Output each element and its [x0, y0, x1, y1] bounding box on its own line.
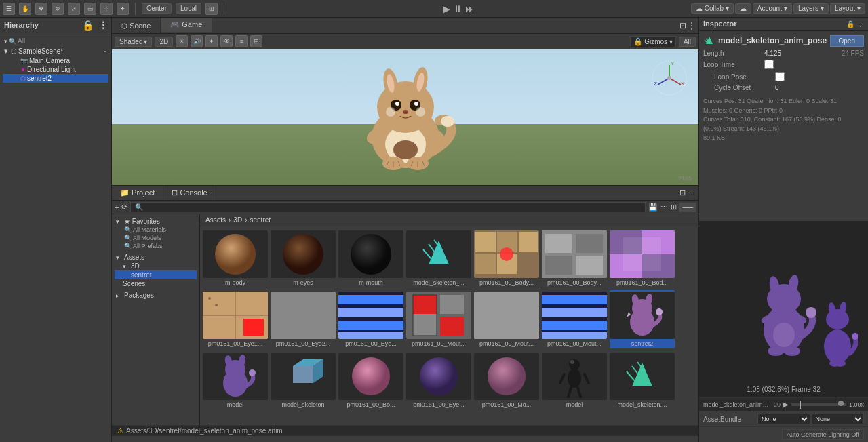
save-icon[interactable]: 💾 [648, 203, 658, 212]
scene-options-icon[interactable]: ⋮ [102, 47, 108, 55]
asset-pm-eye1[interactable]: pm0161_00_Eye1... [203, 290, 268, 348]
scene-item[interactable]: ▾ ⬡ SampleScene* ⋮ [3, 46, 108, 56]
inspector-more-icon[interactable]: ⋮ [857, 20, 864, 28]
account-button[interactable]: Account ▾ [753, 3, 792, 14]
asset-pm-mouth-red[interactable]: pm0161_00_Mout... [406, 290, 471, 348]
filter-icon[interactable]: ⋯ [660, 203, 668, 212]
asset-m-body[interactable]: m-body [203, 229, 268, 287]
asset-model-skeleton-anim[interactable]: model_skeleton_... [406, 229, 471, 287]
auto-gen-lighting-btn[interactable]: Auto Generate Lighting Off [782, 429, 864, 440]
asset-pm-bo-sphere[interactable]: pm0161_00_Bo... [338, 351, 403, 409]
sentret-item[interactable]: sentret [115, 270, 197, 279]
asset-thumb-model [203, 353, 268, 400]
light-icon: ☀ [20, 66, 26, 73]
open-button[interactable]: Open [830, 35, 864, 47]
pause-button[interactable]: ⏸ [453, 3, 462, 14]
stat-icon[interactable]: ≡ [235, 35, 248, 47]
path-3d[interactable]: 3D [233, 216, 242, 224]
step-button[interactable]: ⏭ [465, 3, 475, 14]
asset-pm-eye2[interactable]: pm0161_00_Eye2... [271, 290, 336, 348]
inspector-lock-icon[interactable]: 🔒 [846, 20, 854, 28]
loop-time-checkbox[interactable] [764, 60, 774, 69]
add-asset-icon[interactable]: + [115, 203, 119, 212]
collab-button[interactable]: ☁ Collab ▾ [691, 3, 734, 14]
sentret2-item[interactable]: ⬡ sentret2 [3, 74, 108, 83]
more-options-icon[interactable]: ⋮ [99, 20, 107, 30]
asset-model[interactable]: model [203, 351, 268, 409]
hidden-icon[interactable]: 👁 [220, 35, 233, 47]
game-tab[interactable]: 🎮 Game [161, 18, 212, 33]
directional-light-item[interactable]: ☀ Directional Light [3, 65, 108, 74]
grid-size-icon[interactable]: ⊞ [671, 203, 677, 212]
axes-gizmo[interactable]: Y X Z [651, 60, 688, 98]
rotate-tool-icon[interactable]: ↻ [52, 3, 64, 15]
asset-m-mouth[interactable]: m-mouth [338, 229, 403, 287]
project-tab[interactable]: 📁 Project [112, 186, 163, 200]
play-button[interactable]: ▶ [443, 3, 450, 14]
project-more-icon[interactable]: ⋮ [688, 188, 696, 197]
main-camera-item[interactable]: 📷 Main Camera [3, 56, 108, 65]
grid-icon[interactable]: ⊞ [250, 35, 262, 47]
size-slider[interactable]: ── [679, 203, 696, 212]
layers-button[interactable]: Layers ▾ [793, 3, 829, 14]
asset-sentret2[interactable]: sentret2 [610, 290, 675, 348]
asset-pm-eye-blue[interactable]: pm0161_00_Eye... [338, 290, 403, 348]
scene-expand-icon: ▾ [3, 47, 9, 56]
assets-item[interactable]: ▾ Assets [115, 253, 197, 262]
2d-mode-btn[interactable]: 2D [155, 37, 173, 47]
transform-tool-icon[interactable]: ⊹ [100, 3, 113, 15]
asset-pm-bod[interactable]: pm0161_00_Bod... [610, 229, 675, 287]
snap-icon[interactable]: ⊞ [205, 3, 218, 15]
hand-tool-icon[interactable]: ✋ [19, 3, 31, 15]
asset-thumb-pm-eye2 [271, 292, 336, 339]
project-lock-icon[interactable]: ⊡ [679, 188, 686, 197]
timeline-play-btn[interactable]: ▶ [783, 401, 789, 408]
all-materials-item[interactable]: 🔍 All Materials [115, 226, 197, 234]
asset-bundle-select[interactable]: None [757, 414, 810, 424]
timeline-slider[interactable] [791, 403, 846, 406]
scenes-item[interactable]: Scenes [115, 279, 197, 288]
layout-button[interactable]: Layout ▾ [830, 3, 865, 14]
pivot-center-btn[interactable]: Center [142, 3, 172, 14]
scene-game-tabs: ⬡ Scene 🎮 Game ⊡ ⋮ [112, 18, 698, 34]
lock-icon[interactable]: 🔒 [82, 20, 94, 31]
asset-pm-mo-sphere[interactable]: pm0161_00_Mo... [474, 351, 539, 409]
search-input[interactable]: 🔍 [130, 202, 646, 212]
asset-model-skeleton[interactable]: model_skeleton [271, 351, 336, 409]
asset-m-eyes[interactable]: m-eyes [271, 229, 336, 287]
asset-pm-mouth-gray[interactable]: pm0161_00_Mout... [474, 290, 539, 348]
path-sentret[interactable]: sentret [250, 216, 271, 224]
lighting-icon[interactable]: ☀ [176, 35, 188, 47]
favorites-item[interactable]: ▾ ★ Favorites [115, 217, 197, 226]
custom-tool-icon[interactable]: ✦ [117, 3, 129, 15]
scene-tab[interactable]: ⬡ Scene [112, 19, 161, 33]
rect-tool-icon[interactable]: ▭ [84, 3, 96, 15]
asset-pm-eye-sphere[interactable]: pm0161_00_Eye... [406, 351, 471, 409]
effects-icon[interactable]: ✦ [205, 35, 218, 47]
asset-model-skeleton-anim2[interactable]: model_skeleton.... [610, 351, 675, 409]
asset-pm-mouth-blue[interactable]: pm0161_00_Mout... [542, 290, 607, 348]
scale-tool-icon[interactable]: ⤢ [68, 3, 80, 15]
layers-filter-btn[interactable]: All [679, 37, 696, 47]
asset-pm-body1[interactable]: pm0161_00_Body... [474, 229, 539, 287]
asset-bundle-variant-select[interactable]: None [812, 414, 865, 424]
unity-logo-icon[interactable]: ☰ [3, 3, 15, 15]
console-tab[interactable]: ⊟ Console [163, 186, 216, 200]
loop-pose-checkbox[interactable] [775, 72, 785, 81]
pivot-local-btn[interactable]: Local [176, 3, 201, 14]
3d-item[interactable]: ▾ 3D [115, 262, 197, 270]
all-models-item[interactable]: 🔍 All Models [115, 234, 197, 242]
maximize-icon[interactable]: ⊡ [679, 21, 686, 31]
gizmos-toggle[interactable]: 🔒 Gizmos ▾ [630, 36, 676, 47]
asset-model-figurine[interactable]: model [542, 351, 607, 409]
scene-more-icon[interactable]: ⋮ [688, 21, 696, 31]
shading-mode-btn[interactable]: Shaded ▾ [115, 37, 152, 47]
all-prefabs-item[interactable]: 🔍 All Prefabs [115, 242, 197, 250]
cloud-button[interactable]: ☁ [735, 3, 751, 14]
asset-pm-body2[interactable]: pm0161_00_Body... [542, 229, 607, 287]
packages-item[interactable]: ▸ Packages [115, 291, 197, 300]
move-tool-icon[interactable]: ✥ [35, 3, 47, 15]
audio-icon[interactable]: 🔊 [191, 35, 203, 47]
refresh-icon[interactable]: ⟳ [121, 203, 127, 212]
path-assets[interactable]: Assets [205, 216, 226, 224]
